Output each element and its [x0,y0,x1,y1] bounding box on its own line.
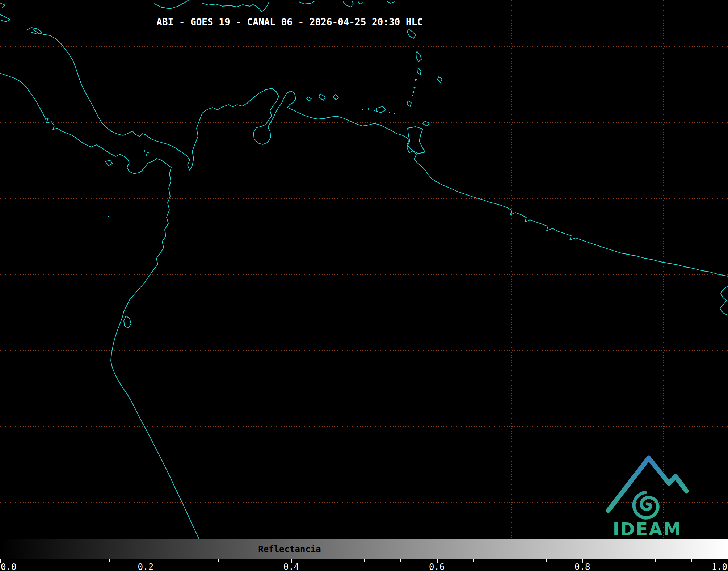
image-title: ABI - GOES 19 - CANAL 06 - 2026-04-25 20… [156,17,423,28]
coast-fragment-top-left [26,28,42,34]
coast-fragment-top-left [0,3,5,8]
island-antilles-dot [414,87,416,89]
island-antilles-3 [417,68,421,75]
island-margarita [376,106,386,113]
island-antilles-dot [413,91,415,93]
colorbar: Reflectancia [0,539,728,559]
coast-fragment-top [254,2,269,12]
island-antilles-2 [416,51,421,62]
island-coiba [105,160,113,166]
colorbar-tick-label: 0.2 [138,562,153,571]
island-dot [394,113,395,114]
island-dot [144,150,145,152]
island-dot [368,108,369,110]
island-dot [146,154,147,156]
island-antilles-dot [415,79,417,81]
colorbar-label: Reflectancia [258,544,321,554]
colorbar-tick-label: 0.4 [283,562,299,571]
satellite-image-viewer: ABI - GOES 19 - CANAL 06 - 2026-04-25 20… [0,0,728,571]
island-dot [147,152,149,153]
colorbar-tick-labels: 0.00.20.40.60.81.0 [0,559,728,571]
coast-fragment-top [387,1,394,3]
island-dot [362,109,363,110]
island-antilles-dot [412,95,413,96]
island-trinidad [407,127,425,154]
coast-fragment-top [343,1,353,7]
colorbar-tick-label: 0.6 [429,562,445,571]
coastline-caribbean-south-america [33,30,728,276]
island-dot [108,216,109,217]
island-barbados [437,77,442,83]
island-dot [374,110,375,111]
colorbar-tick-label: 0.8 [575,562,590,571]
ideam-logo: IDEAM [598,453,689,539]
island-off-ecuador [124,316,131,328]
colorbar-tick-label: 0.0 [1,562,16,571]
coast-fragment-top [358,1,362,4]
island-aruba [307,97,311,101]
coast-fragment-top [201,3,254,7]
island-antilles-1 [407,29,416,38]
coast-fragment-top [299,1,315,4]
colorbar-axis: 0.00.20.40.60.81.0 [0,559,728,571]
colorbar-tick-label: 1.0 [712,562,727,571]
island-grenada [407,101,411,106]
coast-fragment-top [154,0,188,9]
island-curacao [319,94,325,100]
ideam-logo-swirl [634,492,658,518]
coast-fragment-top-left [0,14,10,22]
coast-fragment-right [720,286,728,315]
island-bonaire [333,95,338,100]
island-tobago [423,121,429,126]
coastline-pacific-south-america [0,73,199,539]
ideam-logo-text: IDEAM [613,519,682,539]
island-dot [389,112,390,113]
